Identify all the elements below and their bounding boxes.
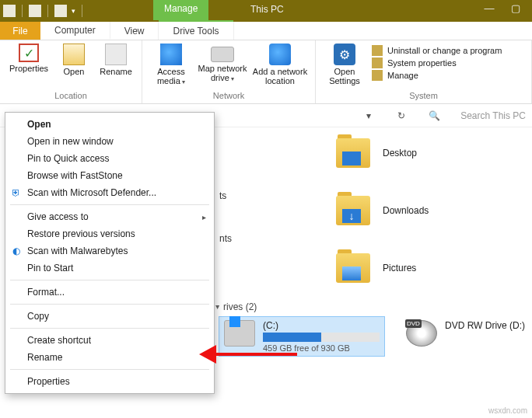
ribbon-group-system: Open Settings Uninstall or change a prog… [316,40,532,103]
drive-c[interactable]: (C:) 459 GB free of 930 GB [219,317,384,356]
ctx-pin-quick-access[interactable]: Pin to Quick access [5,150,214,167]
ctx-copy[interactable]: Copy [5,308,214,325]
folder-icon [336,138,370,168]
ctx-create-shortcut[interactable]: Create shortcut [5,332,214,349]
qa-icon-2[interactable] [29,5,41,17]
cmd-uninstall[interactable]: Uninstall or change a program [372,45,502,56]
chevron-down-icon: ▸ [214,305,222,309]
system-properties-icon [372,57,383,68]
refresh-icon[interactable]: ↻ [395,110,408,121]
drive-c-caption: 459 GB free of 930 GB [263,343,380,353]
folder-downloads-label: Downloads [383,205,429,216]
cmd-manage[interactable]: Manage [372,70,502,81]
qa-dropdown[interactable]: ▾ [72,7,75,15]
ctx-separator [10,369,209,370]
properties-icon [19,44,39,62]
drives-header-label: rives (2) [223,301,257,312]
qa-icon-1[interactable] [3,5,16,17]
cmd-map-drive-label: Map network drive [194,64,251,83]
cmd-open-settings[interactable]: Open Settings [322,44,367,85]
cmd-sysprops-label: System properties [387,58,457,68]
cmd-open-settings-label: Open Settings [322,67,367,85]
map-drive-icon [211,47,234,62]
cmd-add-network-label: Add a network location [251,67,309,85]
ctx-pin-start[interactable]: Pin to Start [5,260,214,277]
ctx-scan-defender[interactable]: ⛨Scan with Microsoft Defender... [5,184,214,201]
ribbon-group-network: Access media Map network drive Add a net… [142,40,316,103]
group-label-system: System [316,89,531,103]
window-title: This PC [250,4,284,15]
cmd-manage-label: Manage [387,71,418,80]
ctx-separator [10,204,209,205]
folder-downloads[interactable]: Downloads [336,191,429,230]
folder-icon [336,253,370,283]
folder-icon [336,196,370,225]
ctx-scan-malwarebytes[interactable]: ◐Scan with Malwarebytes [5,242,214,260]
ctx-properties[interactable]: Properties [5,373,214,390]
drive-d[interactable]: DVD RW Drive (D:) [401,317,532,356]
cmd-open-label: Open [64,67,85,76]
cmd-map-network-drive[interactable]: Map network drive [194,44,251,83]
ctx-open-new-window[interactable]: Open in new window [5,133,214,150]
ctx-separator [10,304,209,305]
drive-c-capacity-fill [263,333,321,342]
tab-computer[interactable]: Computer [40,22,110,40]
watermark: wsxdn.com [488,406,527,415]
cmd-rename-label: Rename [100,67,132,76]
context-menu: Open Open in new window Pin to Quick acc… [5,112,215,394]
add-network-icon [269,44,291,65]
tab-drive-tools[interactable]: Drive Tools [159,22,233,40]
cmd-add-network-location[interactable]: Add a network location [251,44,309,85]
drive-c-capacity-bar [263,333,380,342]
tab-view[interactable]: View [110,22,159,40]
folder-desktop-label: Desktop [383,148,417,158]
ctx-browse-faststone[interactable]: Browse with FastStone [5,167,214,184]
ctx-restore-versions[interactable]: Restore previous versions [5,225,214,242]
contextual-tab-manage[interactable]: Manage [153,0,208,20]
qa-icon-3[interactable] [54,5,67,17]
ribbon-group-location: Properties Open Rename Location [0,40,142,103]
cmd-access-media-label: Access media [149,67,194,86]
access-media-icon [160,44,182,65]
settings-gear-icon [334,44,355,65]
cmd-system-properties[interactable]: System properties [372,57,502,68]
annotation-arrow [213,353,297,356]
cmd-properties[interactable]: Properties [6,44,51,73]
cmd-uninstall-label: Uninstall or change a program [387,46,502,55]
title-bar: ▾ Manage This PC — ▢ [0,0,532,22]
manage-icon [372,70,383,81]
uninstall-icon [372,45,383,56]
ctx-format[interactable]: Format... [5,284,214,301]
dvd-icon [406,320,437,347]
ctx-separator [10,280,209,280]
open-folder-icon [63,44,85,65]
ctx-open[interactable]: Open [5,116,214,133]
minimize-button[interactable]: — [476,0,502,17]
rename-icon [105,44,127,65]
cmd-rename[interactable]: Rename [96,44,135,76]
ctx-give-access[interactable]: Give access to [5,208,214,225]
search-input[interactable]: Search This PC [460,110,526,121]
tab-file[interactable]: File [0,22,40,40]
group-label-network: Network [142,89,315,103]
section-drives-header[interactable]: ▸rives (2) [216,301,523,312]
ribbon-tabs: File Computer View Drive Tools [0,22,532,40]
folder-pictures[interactable]: Pictures [336,249,429,287]
ribbon: Properties Open Rename Location Access m… [0,40,532,104]
maximize-button[interactable]: ▢ [502,0,529,17]
cmd-open[interactable]: Open [51,44,96,76]
folder-desktop[interactable]: Desktop [336,134,429,172]
ctx-rename[interactable]: Rename [5,349,214,366]
drive-d-name: DVD RW Drive (D:) [445,320,532,331]
view-dropdown-icon[interactable]: ▾ [362,110,375,121]
defender-shield-icon: ⛨ [10,186,23,199]
group-label-location: Location [0,89,142,103]
malwarebytes-icon: ◐ [10,245,23,257]
cmd-properties-label: Properties [9,64,48,73]
folder-pictures-label: Pictures [383,263,416,273]
cmd-access-media[interactable]: Access media [149,44,194,86]
ctx-separator [10,328,209,329]
search-icon[interactable]: 🔍 [428,110,440,121]
drive-c-icon [224,320,255,347]
drive-c-name: (C:) [263,320,380,331]
